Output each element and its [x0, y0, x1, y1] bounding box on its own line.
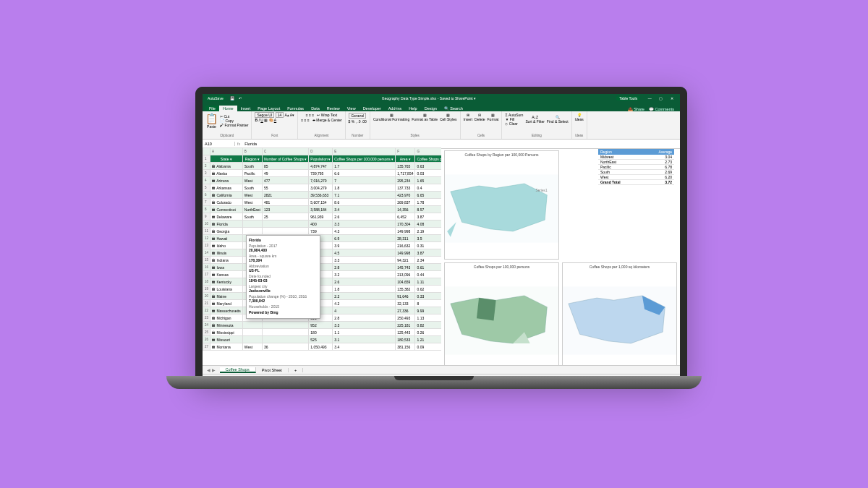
table-row[interactable]: 6🏛 CaliforniaWest282139,536,6537.1423,97… [203, 192, 442, 199]
table-row[interactable]: 25🏛 Mississippi1801.1125,4430.26 [203, 329, 442, 336]
table-row[interactable]: 12🏛 Hawaii5386.928,3113.5 [203, 235, 442, 242]
formula-input[interactable]: Florida [242, 142, 259, 146]
pivot-table[interactable]: RegionAverage Midwest3.04NorthEast2.73Pa… [598, 149, 674, 185]
table-row[interactable]: 22🏛 Massachusetts819427,3369.99 [203, 307, 442, 314]
table-row[interactable]: 5🏛 ArkansasSouth553,004,2791.8137,7330.4 [203, 184, 442, 192]
ribbon: 📋Paste ✂ Cut 📄 Copy 🖌 Format Painter Cli… [203, 111, 680, 140]
tab-view[interactable]: View [344, 106, 359, 111]
fx-icon[interactable]: fx [235, 142, 242, 146]
table-row[interactable]: 23🏛 Michigan3112.8250,4931.13 [203, 314, 442, 322]
data-type-card: Florida Population - 201720,984,400Area … [246, 235, 320, 319]
wrap-text-button[interactable]: ↩ Wrap Text [317, 113, 337, 117]
font-size-dropdown[interactable]: 14 [276, 112, 284, 118]
table-row[interactable]: 21🏛 Maryland1774.232,1338 [203, 300, 442, 307]
table-row[interactable]: 26🏛 Missouri5253.1180,5331.21 [203, 336, 442, 343]
tab-help[interactable]: Help [405, 106, 420, 111]
tab-design[interactable]: Design [421, 106, 441, 111]
format-cells-button[interactable]: ▦Format [488, 113, 499, 121]
format-as-table-button[interactable]: ▦Format as Table [412, 113, 438, 121]
find-select-button[interactable]: 🔍Find & Select [547, 115, 569, 124]
cell-styles-button[interactable]: ▦Cell Styles [440, 113, 457, 121]
table-row[interactable]: 2🏛 AlabamaSouth854,874,7471.7135,7650.63 [203, 163, 442, 170]
share-button[interactable]: 📤 Share [628, 107, 644, 111]
sheet-tab-coffee-shops[interactable]: Coffee Shops [220, 367, 256, 373]
table-row[interactable]: 13🏛 Idaho9433.9216,6320.31 [203, 242, 442, 249]
italic-button[interactable]: I [258, 118, 259, 122]
table-row[interactable]: 15🏛 Indiana8183.394,3212.34 [203, 257, 442, 264]
paste-icon[interactable]: 📋 [205, 113, 218, 124]
autosave-toggle[interactable]: AutoSave [205, 96, 226, 100]
tab-insert[interactable]: Insert [237, 106, 255, 111]
tab-data[interactable]: Data [307, 106, 323, 111]
sort-filter-button[interactable]: A↓ZSort & Filter [525, 115, 544, 124]
table-row[interactable]: 3🏛 AlaskaPacific49739,7956.61,717,8540.0… [203, 170, 442, 177]
chart-per-100k[interactable]: Coffee Shops per 100,000 persons [444, 262, 559, 372]
tab-addins[interactable]: Add-ins [385, 106, 406, 111]
tab-file[interactable]: File [205, 106, 219, 111]
font-family-dropdown[interactable]: Segoe UI [255, 112, 274, 118]
tab-page-layout[interactable]: Page Layout [254, 106, 284, 111]
ribbon-tabs: File Home Insert Page Layout Formulas Da… [203, 103, 680, 111]
minimize-button[interactable]: — [644, 96, 655, 100]
chart-per-1000km[interactable]: Coffee Shops per 1,000 sq kilometers [562, 262, 677, 372]
sheet-tab-pivot[interactable]: Pivot Sheet [256, 368, 289, 372]
save-icon[interactable]: 💾 [230, 96, 234, 100]
contextual-tab: Table Tools [616, 96, 640, 100]
tab-formulas[interactable]: Formulas [284, 106, 307, 111]
table-row[interactable]: 9🏛 DelawareSouth25961,9392.66,4523.87 [203, 213, 442, 221]
table-row[interactable]: 18🏛 Kentucky1602.6104,6591.11 [203, 278, 442, 286]
chart-region-map[interactable]: Coffee Shops by Region per 100,000 Perso… [444, 150, 559, 260]
delete-cells-button[interactable]: ⊟Delete [475, 113, 485, 121]
conditional-formatting-button[interactable]: ▦Conditional Formatting [373, 113, 409, 121]
tab-developer[interactable]: Developer [359, 106, 385, 111]
table-row[interactable]: 27🏛 MontanaWest361,050,4933.4381,1560.09 [203, 343, 442, 351]
table-row[interactable]: 19🏛 Louisiana3331.8135,3820.62 [203, 286, 442, 293]
underline-button[interactable]: U [260, 118, 263, 122]
tab-review[interactable]: Review [323, 106, 344, 111]
clear-button[interactable]: ◇ Clear [505, 121, 523, 126]
tab-home[interactable]: Home [219, 106, 237, 111]
new-sheet-button[interactable]: + [289, 368, 303, 372]
table-row[interactable]: 8🏛 ConnecticutNorthEast1233,588,1843.414… [203, 206, 442, 213]
table-row[interactable]: 7🏛 ColoradoWest4815,607,1548.6269,8371.7… [203, 199, 442, 206]
tell-me[interactable]: 🔍 Search [441, 106, 467, 111]
table-row[interactable]: 24🏛 Minnesota9523.3225,1810.82 [203, 322, 442, 329]
table-row[interactable]: 11🏛 Georgia7394.3149,9982.19 [203, 228, 442, 235]
insert-cells-button[interactable]: ⊞Insert [464, 113, 473, 121]
undo-icon[interactable]: ↶ [239, 96, 242, 100]
sheet-nav[interactable]: ◀ ▶ [203, 368, 220, 372]
table-row[interactable]: 14🏛 Illinois0234.5149,9983.87 [203, 249, 442, 257]
ideas-button[interactable]: 💡Ideas [575, 113, 584, 121]
name-box[interactable]: A10 [203, 142, 235, 146]
table-row[interactable]: 20🏛 Maine9072.291,6460.33 [203, 293, 442, 300]
svg-text:Series1: Series1 [536, 189, 548, 192]
close-button[interactable]: ✕ [667, 96, 677, 100]
maximize-button[interactable]: ▢ [656, 96, 666, 100]
comments-button[interactable]: 💬 Comments [649, 107, 674, 111]
worksheet[interactable]: ABCDEFG1State ▾Region ▾Number of Coffee … [203, 147, 441, 374]
title-bar: AutoSave 💾 ↶ Geography Data Type Simple.… [203, 94, 680, 103]
table-row[interactable]: 16🏛 Iowa7112.8145,7430.61 [203, 264, 442, 271]
table-row[interactable]: 10🏛 Florida4003.3170,3044.08 [203, 221, 442, 228]
format-painter-button[interactable]: 🖌 Format Painter [220, 123, 248, 127]
table-row[interactable]: 17🏛 Kansas1233.2213,0960.44 [203, 271, 442, 278]
bold-button[interactable]: B [255, 118, 258, 122]
merge-button[interactable]: ⬌ Merge & Center [312, 118, 342, 122]
number-format-dropdown[interactable]: General [349, 113, 366, 119]
table-row[interactable]: 4🏛 ArizonaWest4777,016,2707295,2341.65 [203, 177, 442, 184]
